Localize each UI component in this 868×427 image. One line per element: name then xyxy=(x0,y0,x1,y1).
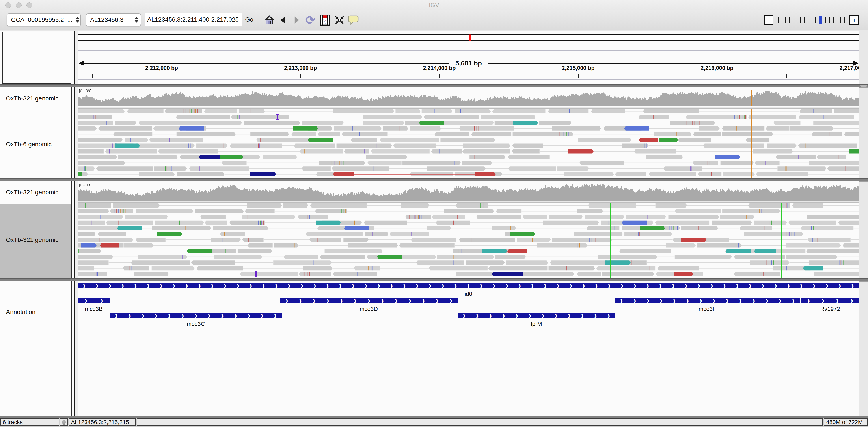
zoom-tick[interactable] xyxy=(840,17,841,23)
ruler[interactable]: 5,601 bp 2,212,000 bp2,213,000 bp2,214,0… xyxy=(78,50,859,80)
read-alignment-canvas[interactable] xyxy=(78,109,859,178)
strand-chevron-icon: ❯ xyxy=(684,283,688,288)
zoom-tick[interactable] xyxy=(833,17,834,23)
gene-feature-mce3F[interactable]: ❯❯❯❯❯❯❯❯❯❯❯❯❯❯ xyxy=(615,298,800,303)
zoom-tick[interactable] xyxy=(778,17,778,23)
strand-chevron-icon: ❯ xyxy=(581,313,584,318)
strand-chevron-icon: ❯ xyxy=(261,283,265,288)
main-toolbar: GCA_000195955.2_... AL123456.3 Go ⟳ xyxy=(0,10,868,30)
zoom-slider[interactable] xyxy=(776,14,846,26)
strand-chevron-icon: ❯ xyxy=(435,298,439,303)
scrollbar-thumb[interactable] xyxy=(860,85,867,87)
zoom-tick[interactable] xyxy=(826,17,826,23)
zoom-out-button[interactable]: − xyxy=(764,15,773,25)
gene-feature-id0[interactable]: ❯❯❯❯❯❯❯❯❯❯❯❯❯❯❯❯❯❯❯❯❯❯❯❯❯❯❯❯❯❯❯❯❯❯❯❯❯❯❯❯… xyxy=(78,283,859,288)
span-label: 5,601 bp xyxy=(455,60,482,67)
name-divider xyxy=(71,281,72,416)
strand-chevron-icon: ❯ xyxy=(502,313,505,318)
track-label-annotation[interactable]: Annotation xyxy=(6,308,35,316)
alignment-panel-1: OxTb-321 genomic OxTb-6 genomic [0 - 99] xyxy=(0,87,859,178)
zoom-tick[interactable] xyxy=(812,17,812,23)
strand-chevron-icon: ❯ xyxy=(221,313,224,318)
strand-chevron-icon: ❯ xyxy=(554,313,558,318)
forward-icon[interactable] xyxy=(291,14,302,26)
coverage-track[interactable]: [0 - 93] xyxy=(78,183,859,200)
zoom-tick[interactable] xyxy=(804,17,805,23)
strand-chevron-icon: ❯ xyxy=(154,313,158,318)
strand-chevron-icon: ❯ xyxy=(825,283,829,288)
comment-bubble-icon[interactable] xyxy=(348,14,359,26)
zoom-tick[interactable] xyxy=(797,17,797,23)
gene-label-mce3C: mce3C xyxy=(187,321,205,327)
strand-chevron-icon: ❯ xyxy=(607,313,610,318)
strand-chevron-icon: ❯ xyxy=(821,298,825,303)
track-label-coverage[interactable]: OxTb-321 genomic xyxy=(6,95,58,102)
home-icon[interactable] xyxy=(264,14,275,26)
zoom-tick[interactable] xyxy=(815,17,816,23)
strand-chevron-icon: ❯ xyxy=(489,313,492,318)
ruler-position-label: 2,214,000 bp xyxy=(423,65,456,71)
zoom-level-indicator[interactable] xyxy=(819,16,823,24)
gene-feature-mce3D[interactable]: ❯❯❯❯❯❯❯❯❯❯❯❯❯ xyxy=(280,298,458,303)
gene-feature-Rv1972[interactable]: ❯❯❯❯ xyxy=(801,298,859,303)
region-tool-icon[interactable] xyxy=(319,14,331,26)
strand-chevron-icon: ❯ xyxy=(476,313,479,318)
zoom-tick[interactable] xyxy=(837,17,837,23)
ruler-position-label: 2,217,000 bp xyxy=(840,65,859,71)
header-data: 5,601 bp 2,212,000 bp2,213,000 bp2,214,0… xyxy=(78,31,859,85)
coverage-canvas[interactable] xyxy=(78,88,859,106)
chromosome-ideogram[interactable] xyxy=(78,34,859,41)
chromosome-select[interactable]: AL123456.3 xyxy=(86,13,141,26)
gene-feature-mce3B[interactable]: ❯❯ xyxy=(78,298,110,303)
attribute-gutter xyxy=(74,31,78,85)
track-label-coverage[interactable]: OxTb-321 genomic xyxy=(6,189,58,196)
refresh-icon[interactable]: ⟳ xyxy=(305,14,316,26)
span-arrow: 5,601 bp xyxy=(78,60,859,67)
ruler-position-label: 2,216,000 bp xyxy=(701,65,734,71)
strand-chevron-icon: ❯ xyxy=(236,283,240,288)
strand-chevron-icon: ❯ xyxy=(181,313,184,318)
memory-usage-cell: 480M of 722M xyxy=(824,418,868,426)
strand-chevron-icon: ❯ xyxy=(686,298,689,303)
panel1-name-column: OxTb-321 genomic OxTb-6 genomic xyxy=(0,87,71,178)
zoom-tick[interactable] xyxy=(789,17,790,23)
zoom-tick[interactable] xyxy=(808,17,808,23)
strand-chevron-icon: ❯ xyxy=(402,283,406,288)
ruler-position-label: 2,212,000 bp xyxy=(145,65,178,71)
zoom-tick[interactable] xyxy=(829,17,830,23)
panel1-data: [0 - 99] xyxy=(78,87,859,178)
back-icon[interactable] xyxy=(277,14,289,26)
zoom-tick[interactable] xyxy=(793,17,794,23)
go-button[interactable]: Go xyxy=(245,16,253,23)
strand-chevron-icon: ❯ xyxy=(659,298,663,303)
read-alignment-canvas[interactable] xyxy=(78,203,859,278)
track-label-reads[interactable]: OxTb-321 genomic xyxy=(6,236,58,243)
zoom-tick[interactable] xyxy=(785,17,786,23)
ruler-tick xyxy=(370,74,370,78)
zoom-tick[interactable] xyxy=(844,17,845,23)
strand-chevron-icon: ❯ xyxy=(198,283,201,288)
strand-chevron-icon: ❯ xyxy=(167,313,171,318)
strand-chevron-icon: ❯ xyxy=(83,283,86,288)
ruler-tick xyxy=(717,74,717,78)
zoom-in-button[interactable]: + xyxy=(849,15,859,25)
gene-feature-lprM[interactable]: ❯❯❯❯❯❯❯❯❯❯❯❯ xyxy=(458,313,615,318)
zoom-tick[interactable] xyxy=(782,17,782,23)
coverage-track[interactable]: [0 - 99] xyxy=(78,88,859,106)
strand-chevron-icon: ❯ xyxy=(394,298,398,303)
locus-input[interactable] xyxy=(145,13,242,26)
track-label-reads[interactable]: OxTb-6 genomic xyxy=(6,141,52,148)
genome-select[interactable]: GCA_000195955.2_... xyxy=(7,13,81,26)
gene-feature-mce3C[interactable]: ❯❯❯❯❯❯❯❯❯❯❯❯❯ xyxy=(110,313,282,318)
strand-chevron-icon: ❯ xyxy=(792,298,795,303)
header-gene-strip xyxy=(78,80,859,85)
strand-chevron-icon: ❯ xyxy=(121,283,124,288)
zoom-tick[interactable] xyxy=(800,17,801,23)
window-titlebar[interactable]: IGV xyxy=(0,0,868,10)
coverage-canvas[interactable] xyxy=(78,183,859,200)
strand-chevron-icon: ❯ xyxy=(115,313,118,318)
strand-chevron-icon: ❯ xyxy=(274,283,278,288)
strand-chevron-icon: ❯ xyxy=(340,298,343,303)
fit-to-window-icon[interactable] xyxy=(334,14,345,26)
strand-chevron-icon: ❯ xyxy=(673,298,676,303)
